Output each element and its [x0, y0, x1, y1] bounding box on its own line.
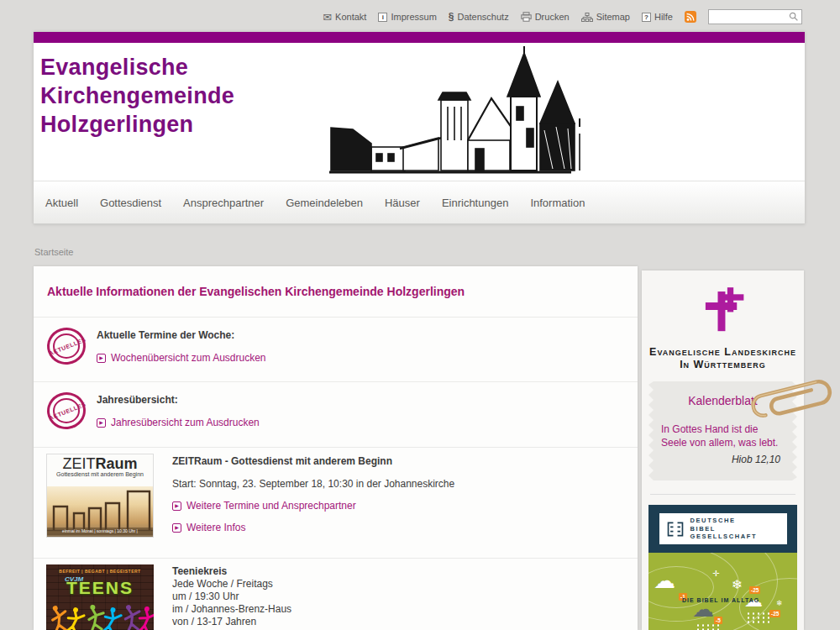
paragraph-icon: § [449, 11, 454, 23]
item-line: im / Johannes-Brenz-Haus [172, 603, 638, 616]
nav-item-gottesdienst[interactable]: Gottesdienst [100, 197, 161, 209]
item-title: Jahresübersicht: [97, 394, 638, 406]
zeitraum-termine-link[interactable]: ▶ Weitere Termine und Ansprechpartner [172, 500, 356, 512]
sitemap-icon [581, 13, 593, 22]
search-box [708, 9, 802, 24]
divider [650, 494, 795, 495]
kalenderblatt-reference: Hiob 12,10 [665, 454, 780, 465]
item-line: Jede Woche / Freitags [172, 578, 638, 591]
nav-item-aktuell[interactable]: Aktuell [45, 197, 78, 209]
teens-thumbnail[interactable]: BEFREIT | BEGABT | BEGEISTERT CVJM TEENS [46, 564, 154, 630]
sidebar: Evangelische Landeskirche In Württemberg… [642, 270, 804, 630]
snowflake-icon: ❄ [732, 578, 743, 591]
help-icon: ? [642, 13, 651, 22]
sitemap-link[interactable]: Sitemap [581, 12, 630, 22]
content-area: Aktuelle Informationen der Evangelischen… [34, 266, 638, 630]
imprint-label: Impressum [391, 12, 436, 22]
contact-label: Kontakt [335, 12, 366, 22]
zeitraum-thumbnail[interactable]: ZEITRaum Gottesdienst mit anderem Beginn… [46, 454, 154, 538]
mail-icon: ✉ [323, 12, 332, 23]
list-item: AKTUELLES Jahresübersicht: ▶ Jahresübers… [34, 382, 638, 448]
play-icon: ▶ [172, 501, 181, 511]
page-title: Aktuelle Informationen der Evangelischen… [47, 285, 465, 298]
list-item: ZEITRaum Gottesdienst mit anderem Beginn… [34, 448, 638, 559]
cloud-icon: ☁ [654, 570, 675, 591]
play-icon: ▶ [97, 418, 106, 428]
play-icon: ▶ [172, 523, 181, 533]
year-overview-link[interactable]: ▶ Jahresübersicht zum Ausdrucken [97, 417, 260, 428]
week-overview-link[interactable]: ▶ Wochenübersicht zum Ausdrucken [97, 352, 266, 364]
sitemap-label: Sitemap [596, 12, 630, 22]
dbg-logo-icon [666, 520, 685, 538]
rss-icon[interactable] [685, 11, 696, 23]
temperature-badge: -25 [769, 610, 780, 617]
wind-arrows-icon: ✛ [712, 570, 719, 578]
kalenderblatt-verse: In Gottes Hand ist die Seele von allem, … [661, 423, 785, 449]
aktuelles-stamp-icon: AKTUELLES [45, 391, 89, 433]
nav-item-ansprechpartner[interactable]: Ansprechpartner [183, 197, 264, 209]
rain-dots [696, 623, 721, 630]
help-link[interactable]: ? Hilfe [642, 12, 673, 22]
weather-map-graphic: ☁ ☁ ☁ ❄ ❄ ✛ -1 -25 -5 -25 DIE BIBEL IM A… [648, 553, 797, 630]
list-item: BEFREIT | BEGABT | BEGEISTERT CVJM TEENS… [34, 559, 638, 630]
map-title: DIE BIBEL IM ALLTAG [682, 597, 759, 603]
search-icon[interactable] [789, 12, 799, 22]
print-link[interactable]: Drucken [521, 12, 570, 22]
item-line: um / 19:30 Uhr [172, 591, 638, 603]
landeskirche-cross-icon [701, 284, 745, 336]
kalenderblatt-widget: Kalenderblatt In Gottes Hand ist die See… [648, 381, 797, 480]
dbg-logo-text: DEUTSCHE BIBEL GESELLSCHAFT [690, 517, 758, 541]
print-label: Drucken [535, 12, 570, 22]
landeskirche-banner[interactable]: Evangelische Landeskirche In Württemberg [642, 270, 804, 371]
brand-bar [34, 32, 805, 43]
item-line: von / 13-17 Jahren [172, 616, 638, 628]
site-title-line: Evangelische [40, 53, 234, 81]
dbg-logo-block: DEUTSCHE BIBEL GESELLSCHAFT [648, 505, 797, 553]
search-input[interactable] [709, 12, 789, 22]
privacy-link[interactable]: § Datenschutz [449, 11, 509, 23]
site-header: Evangelische Kirchengemeinde Holzgerling… [34, 32, 805, 224]
nav-item-gemeindeleben[interactable]: Gemeindeleben [286, 197, 363, 209]
aktuelles-stamp-icon: AKTUELLES [45, 326, 89, 368]
printer-icon [521, 12, 532, 22]
imprint-link[interactable]: i Impressum [378, 12, 436, 22]
rain-dots [746, 612, 771, 623]
dancers-illustration [46, 595, 154, 630]
church-sketch-illustration [319, 46, 588, 179]
contact-link[interactable]: ✉ Kontakt [323, 12, 366, 23]
privacy-label: Datenschutz [458, 12, 509, 22]
site-title-line: Kirchengemeinde [40, 81, 234, 110]
snowflake-icon: ❄ [776, 600, 783, 607]
item-title: Aktuelle Termine der Woche: [97, 329, 638, 341]
breadcrumb: Startseite [34, 247, 73, 257]
site-title-line: Holzgerlingen [40, 110, 234, 139]
play-icon: ▶ [97, 354, 106, 363]
item-text: Start: Sonntag, 23. September 18, 10:30 … [172, 478, 638, 490]
nav-item-haeuser[interactable]: Häuser [385, 197, 420, 209]
bibelgesellschaft-banner[interactable]: DEUTSCHE BIBEL GESELLSCHAFT ☁ ☁ ☁ ❄ ❄ ✛ … [648, 505, 797, 630]
nav-item-information[interactable]: Information [530, 197, 585, 209]
info-icon: i [378, 13, 387, 22]
page-heading-row: Aktuelle Informationen der Evangelischen… [34, 266, 638, 318]
main-nav: Aktuell Gottesdienst Ansprechpartner Gem… [34, 181, 805, 224]
zeitraum-infos-link[interactable]: ▶ Weitere Infos [172, 522, 245, 533]
help-label: Hilfe [654, 12, 673, 22]
list-item: AKTUELLES Aktuelle Termine der Woche: ▶ … [34, 318, 638, 382]
utility-bar: ✉ Kontakt i Impressum § Datenschutz Druc… [0, 0, 840, 34]
temperature-badge: -25 [749, 586, 760, 594]
landeskirche-label: Evangelische Landeskirche In Württemberg [642, 346, 804, 371]
item-title: Teeniekreis [172, 565, 638, 578]
item-title: ZEITRaum - Gottesdienst mit anderem Begi… [172, 455, 638, 467]
nav-item-einrichtungen[interactable]: Einrichtungen [442, 197, 509, 209]
header: Evangelische Kirchengemeinde Holzgerling… [34, 43, 805, 181]
site-title: Evangelische Kirchengemeinde Holzgerling… [40, 53, 234, 139]
